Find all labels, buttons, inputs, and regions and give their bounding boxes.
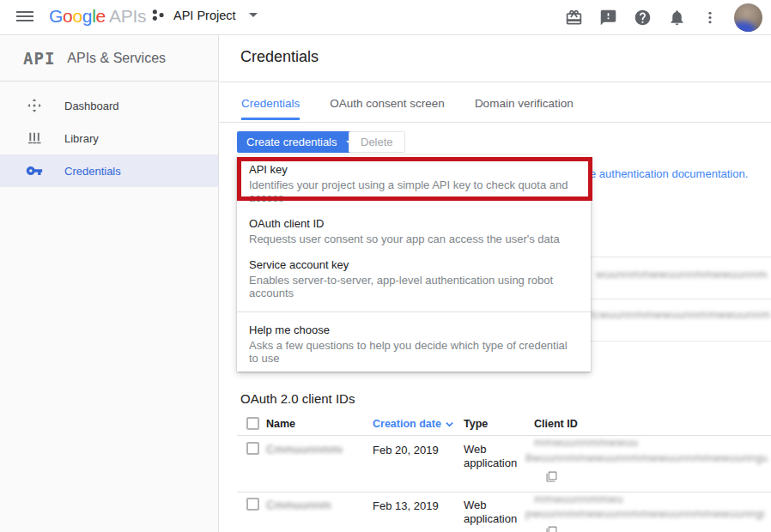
select-all-checkbox[interactable] <box>246 417 259 430</box>
row-checkbox[interactable] <box>246 442 259 455</box>
google-apis-logo[interactable]: GoogleAPIs <box>49 6 146 27</box>
creation-date-cell: Feb 13, 2019 <box>373 499 439 512</box>
tab-domain-verification[interactable]: Domain verification <box>475 97 574 120</box>
menu-item-description: Requests user consent so your app can ac… <box>249 233 579 245</box>
project-selector[interactable]: API Project <box>151 8 258 22</box>
type-cell: Web application <box>464 499 524 526</box>
redacted-client-id: 8wuunnmmwwuunnmmwwuunnmmwwuunnguus <box>525 451 768 465</box>
row-checkbox[interactable] <box>246 498 259 511</box>
sidebar-item-dashboard[interactable]: Dashboard <box>0 89 218 122</box>
tab-oauth-consent-screen[interactable]: OAuth consent screen <box>330 97 445 120</box>
gift-icon[interactable] <box>565 9 583 27</box>
more-vert-icon[interactable] <box>702 9 718 27</box>
menu-item-api-key[interactable]: API key Identifies your project using a … <box>237 157 591 211</box>
avatar-blur <box>734 21 756 32</box>
divider <box>220 122 771 123</box>
copy-icon[interactable] <box>546 526 557 532</box>
delete-button[interactable]: Delete <box>349 131 405 153</box>
menu-item-title: Service account key <box>249 258 579 271</box>
column-header-client-id: Client ID <box>534 418 578 430</box>
divider <box>220 82 771 82</box>
menu-icon[interactable] <box>16 11 33 21</box>
menu-item-description: Enables server-to-server, app-level auth… <box>249 274 579 299</box>
tab-credentials[interactable]: Credentials <box>241 97 300 120</box>
help-icon[interactable] <box>634 9 652 27</box>
sort-chevron-icon <box>446 420 453 428</box>
menu-item-help-me-choose[interactable]: Help me choose Asks a few questions to h… <box>237 317 591 372</box>
copy-icon[interactable] <box>546 471 557 482</box>
sidebar-item-label: Library <box>64 132 99 145</box>
menu-item-description: Identifies your project using a simple A… <box>249 178 579 204</box>
notifications-icon[interactable] <box>668 9 686 27</box>
menu-item-service-account-key[interactable]: Service account key Enables server-to-se… <box>237 252 591 306</box>
sidebar: API APIs & Services Dashboard Library <box>0 35 219 532</box>
menu-separator <box>237 311 591 312</box>
redacted-client-id: mmwuunnmmwwuu <box>534 436 663 450</box>
logo-letter: o <box>63 6 72 26</box>
topbar-actions <box>565 0 762 35</box>
redacted-api-key: lcwuunnmmwwuunnmmwwuunnmmwwuunnmmw0 <box>591 308 771 322</box>
sidebar-item-label: Dashboard <box>64 100 119 112</box>
divider <box>589 299 771 299</box>
logo-letter: G <box>49 6 63 26</box>
top-bar: GoogleAPIs API Project <box>0 0 771 35</box>
menu-item-title: Help me choose <box>249 323 579 336</box>
menu-item-description: Asks a few questions to help you decide … <box>249 339 579 365</box>
sidebar-title: APIs & Services <box>67 51 166 66</box>
key-icon <box>26 162 43 179</box>
oauth-client-ids-heading: OAuth 2.0 client IDs <box>240 391 355 406</box>
project-icon <box>151 8 166 22</box>
divider <box>237 492 771 493</box>
library-icon <box>26 130 43 147</box>
chevron-down-icon <box>249 13 258 17</box>
copy-icon-wrap <box>546 470 557 486</box>
copy-icon-wrap <box>546 525 557 532</box>
feedback-icon[interactable] <box>599 9 617 27</box>
creation-date-cell: Feb 20, 2019 <box>373 444 439 456</box>
column-header-label: Creation date <box>373 418 441 430</box>
sidebar-nav: Dashboard Library Credentials <box>0 82 218 187</box>
redacted-client-id: mmwuunnmmwu <box>534 493 646 506</box>
logo-letter: o <box>72 6 82 26</box>
tab-bar: Credentials OAuth consent screen Domain … <box>241 97 574 120</box>
logo-letter: g <box>82 6 92 26</box>
column-header-name: Name <box>266 418 295 430</box>
logo-letter: e <box>96 6 106 26</box>
redacted-client-name: Cmmuunnmmt <box>266 499 331 512</box>
divider <box>237 435 771 436</box>
menu-item-oauth-client-id[interactable]: OAuth client ID Requests user consent so… <box>237 211 591 252</box>
api-logo-glyph: API <box>23 49 55 68</box>
menu-item-title: OAuth client ID <box>249 217 579 230</box>
column-header-creation-date[interactable]: Creation date <box>373 418 453 430</box>
page-title: Credentials <box>240 48 319 66</box>
create-credentials-menu: API key Identifies your project using a … <box>237 155 591 372</box>
logo-apis-text: APIs <box>109 6 146 26</box>
create-credentials-button[interactable]: Create credentials <box>237 131 362 153</box>
type-cell: Web application <box>464 443 524 470</box>
redacted-api-key: wuunnmmwwuunnmmwwuunnmmwwuunnmmwwuc <box>596 268 768 281</box>
authentication-documentation-link[interactable]: e authentication documentation. <box>590 167 748 180</box>
sidebar-item-library[interactable]: Library <box>0 122 218 154</box>
sidebar-item-credentials[interactable]: Credentials <box>0 154 218 187</box>
menu-item-title: API key <box>249 163 579 176</box>
google-apis-console: GoogleAPIs API Project <box>0 0 771 532</box>
column-header-type: Type <box>464 418 488 430</box>
project-name: API Project <box>173 9 236 22</box>
sidebar-item-label: Credentials <box>64 165 121 178</box>
redacted-client-name: Cmmuunnmmnnt <box>266 443 342 456</box>
dashboard-icon <box>26 97 43 114</box>
create-credentials-label: Create credentials <box>246 136 337 148</box>
main-content: Credentials Credentials OAuth consent sc… <box>220 35 771 532</box>
sidebar-header: API APIs & Services <box>0 35 218 82</box>
avatar[interactable] <box>734 3 762 32</box>
redacted-client-id: pwuunnmmwwuunnmmwwuunnmmwwuunngiuu <box>525 507 764 521</box>
divider <box>589 257 771 257</box>
